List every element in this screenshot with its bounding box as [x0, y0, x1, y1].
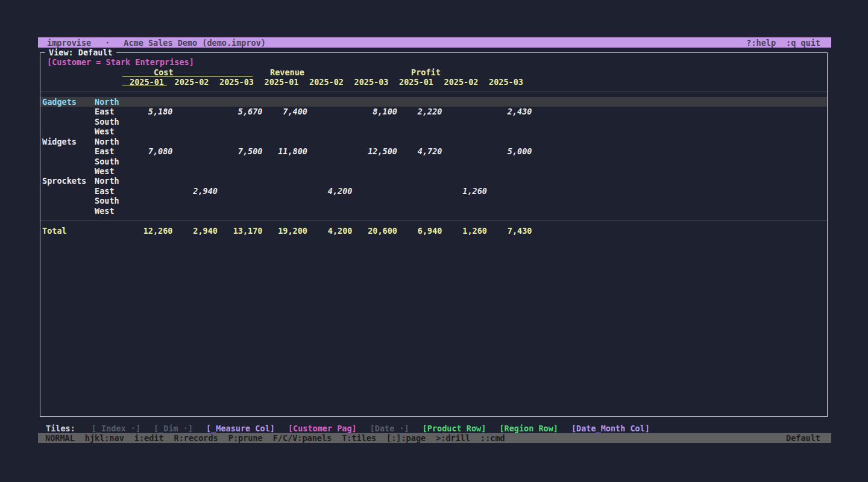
value-cell[interactable]: 7,500 [219, 146, 264, 156]
table-row[interactable]: WidgetsNorth [40, 137, 827, 146]
month-header: 2025-03 [354, 77, 399, 87]
total-value-cell: 4,200 [309, 226, 354, 236]
value-cell[interactable]: 5,180 [129, 107, 174, 116]
month-header: 2025-02 [174, 77, 219, 87]
status-hint: ::cmd [480, 433, 505, 443]
title-bar-right: ?:help :q quit [746, 38, 820, 48]
region-cell[interactable]: East [95, 146, 129, 156]
measure-header-revenue: Revenue [270, 67, 304, 77]
status-hint: F/C/V:panels [273, 433, 332, 443]
total-value-cell: 13,170 [219, 226, 264, 236]
tile-dim[interactable]: [_Dim ·] [154, 424, 193, 433]
total-value-cell: 7,430 [488, 226, 533, 236]
measure-header-profit: Profit [411, 67, 441, 77]
month-header: 2025-03 [488, 77, 533, 87]
view-panel: View: Default [Customer = Stark Enterpri… [40, 52, 828, 417]
total-separator [40, 216, 827, 225]
help-hint: ?:help [746, 38, 776, 48]
month-header: 2025-02 [444, 77, 489, 87]
month-header-row: 2025-012025-022025-032025-012025-022025-… [40, 77, 827, 87]
region-cell[interactable]: East [95, 186, 129, 196]
cost-group-underline [122, 76, 253, 77]
value-cell[interactable]: 7,080 [129, 146, 174, 156]
value-cell[interactable]: 2,430 [488, 107, 533, 116]
status-hint: i:edit [134, 433, 164, 443]
filter-badge[interactable]: [Customer = Stark Enterprises] [40, 57, 827, 67]
region-cell[interactable]: North [95, 176, 129, 186]
pivot-table-rows: GadgetsNorthEast5,1805,6707,4008,1002,22… [40, 97, 827, 216]
status-bar: NORMAL hjkl:navi:editR:recordsP:pruneF/C… [38, 433, 831, 443]
tile-region-row[interactable]: [Region Row] [499, 424, 558, 433]
value-cell[interactable]: 1,260 [444, 186, 489, 196]
month-header: 2025-03 [219, 77, 264, 87]
region-cell[interactable]: West [95, 127, 129, 136]
status-hint: hjkl:nav [85, 433, 124, 443]
value-cell[interactable]: 5,000 [488, 146, 533, 156]
table-row[interactable]: West [40, 206, 827, 216]
region-cell[interactable]: North [95, 137, 129, 146]
status-hint: T:tiles [342, 433, 376, 443]
value-cell[interactable]: 5,670 [219, 107, 264, 116]
value-cell[interactable]: 2,220 [398, 107, 444, 116]
mode-indicator: NORMAL [45, 433, 75, 443]
app-name: improvise [47, 38, 91, 48]
title-separator-icon: · [105, 38, 110, 48]
region-cell[interactable]: South [95, 157, 129, 166]
value-cell[interactable]: 7,400 [264, 107, 309, 116]
table-row[interactable]: GadgetsNorth [40, 97, 827, 107]
tile-product-row[interactable]: [Product Row] [423, 424, 486, 433]
tile-date-month-col[interactable]: [Date_Month Col] [571, 424, 650, 433]
product-cell[interactable]: Sprockets [40, 176, 95, 186]
selected-column-underline [122, 86, 167, 86]
title-bar: improvise · Acme Sales Demo (demo.improv… [38, 37, 831, 48]
quit-hint: :q quit [786, 38, 820, 48]
value-cell[interactable]: 8,100 [354, 107, 399, 116]
total-value-cell: 1,260 [444, 226, 489, 236]
table-row[interactable]: South [40, 156, 827, 166]
table-row[interactable]: East7,0807,50011,80012,5004,7205,000 [40, 146, 827, 156]
value-cell[interactable]: 12,500 [354, 146, 399, 156]
region-cell[interactable]: South [95, 196, 129, 205]
region-cell[interactable]: North [95, 97, 129, 107]
tile-measure-col[interactable]: [_Measure Col] [206, 424, 275, 433]
table-row[interactable]: South [40, 117, 827, 127]
tile-customer-page[interactable]: [Customer Pag] [288, 424, 357, 433]
window-title: Acme Sales Demo (demo.improv) [124, 38, 266, 48]
region-cell[interactable]: West [95, 166, 129, 176]
status-hint: R:records [174, 433, 218, 443]
value-cell[interactable]: 11,800 [264, 146, 309, 156]
table-row[interactable]: East5,1805,6707,4008,1002,2202,430 [40, 107, 827, 116]
view-name-indicator: Default [786, 433, 820, 443]
status-hint: [:]:page [386, 433, 426, 443]
total-label: Total [40, 226, 129, 236]
pivot-table: [Customer = Stark Enterprises] Cost Reve… [40, 53, 827, 236]
region-cell[interactable]: East [95, 107, 129, 116]
region-cell[interactable]: West [95, 206, 129, 216]
total-value-cell: 2,940 [174, 226, 219, 236]
region-cell[interactable]: South [95, 117, 129, 127]
total-value-cell: 19,200 [264, 226, 309, 236]
month-header: 2025-01 [398, 77, 444, 87]
month-header: 2025-02 [309, 77, 354, 87]
header-separator [40, 87, 827, 96]
status-hint: >:drill [436, 433, 470, 443]
tile-date[interactable]: [Date ·] [370, 424, 409, 433]
tiles-bar: Tiles: [_Index ·][_Dim ·][_Measure Col][… [38, 423, 650, 433]
table-row[interactable]: East2,9404,2001,260 [40, 186, 827, 196]
table-row[interactable]: SprocketsNorth [40, 176, 827, 186]
product-cell[interactable]: Gadgets [40, 97, 95, 107]
total-value-cell: 6,940 [398, 226, 444, 236]
value-cell[interactable]: 4,200 [309, 186, 354, 196]
total-value-cell: 20,600 [354, 226, 399, 236]
table-row[interactable]: West [40, 127, 827, 136]
product-cell[interactable]: Widgets [40, 137, 95, 146]
total-row: Total 12,2602,94013,17019,2004,20020,600… [40, 225, 827, 235]
table-row[interactable]: West [40, 166, 827, 176]
value-cell[interactable]: 2,940 [174, 186, 219, 196]
status-hint: P:prune [228, 433, 263, 443]
value-cell[interactable]: 4,720 [398, 146, 444, 156]
table-row[interactable]: South [40, 196, 827, 205]
total-value-cell: 12,260 [129, 226, 174, 236]
tile-index[interactable]: [_Index ·] [92, 424, 140, 433]
month-header: 2025-01 [264, 77, 309, 87]
